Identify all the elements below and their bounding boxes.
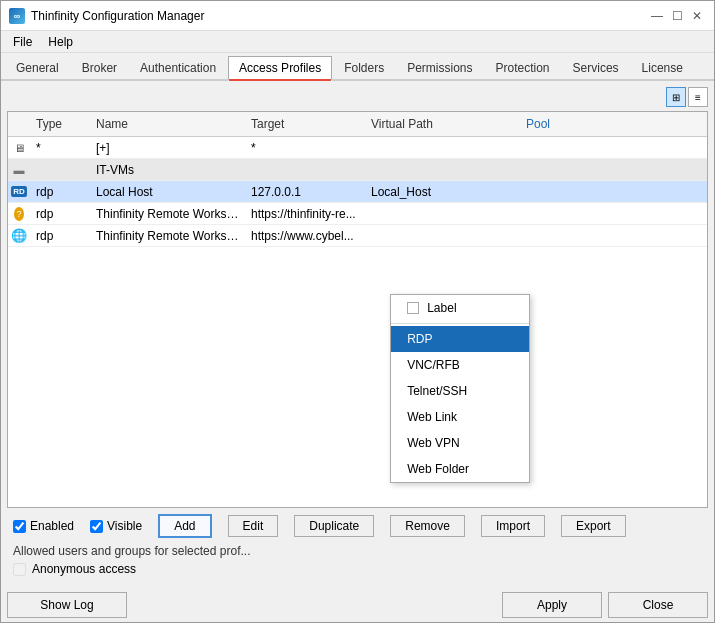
bottom-bar: Enabled Visible Add Label xyxy=(7,508,708,582)
dropdown-webfolder-text: Web Folder xyxy=(407,462,469,476)
window-controls: — ☐ ✕ xyxy=(648,7,706,25)
tab-broker[interactable]: Broker xyxy=(71,56,128,79)
row-name: Thinfinity Remote Worksp... xyxy=(90,227,245,245)
row-pool xyxy=(520,190,640,194)
row-type: rdp xyxy=(30,183,90,201)
tab-access-profiles[interactable]: Access Profiles xyxy=(228,56,332,81)
tab-general[interactable]: General xyxy=(5,56,70,79)
list-view-button[interactable]: ≡ xyxy=(688,87,708,107)
row-name: [+] xyxy=(90,139,245,157)
allowed-users-text: Allowed users and groups for selected pr… xyxy=(13,544,702,558)
dropdown-vnc-text: VNC/RFB xyxy=(407,358,460,372)
dropdown-divider xyxy=(391,323,529,324)
row-vpath xyxy=(365,168,520,172)
menu-file[interactable]: File xyxy=(5,33,40,51)
enabled-label: Enabled xyxy=(30,519,74,533)
content-area: ⊞ ≡ Type Name Target Virtual Path Pool 🖥 xyxy=(1,81,714,588)
dropdown-item-webvpn[interactable]: Web VPN xyxy=(391,430,529,456)
dropdown-item-weblink[interactable]: Web Link xyxy=(391,404,529,430)
tab-protection[interactable]: Protection xyxy=(485,56,561,79)
row-name: Local Host xyxy=(90,183,245,201)
visible-checkbox[interactable] xyxy=(90,520,103,533)
import-button[interactable]: Import xyxy=(481,515,545,537)
profiles-table: Type Name Target Virtual Path Pool 🖥 * [… xyxy=(7,111,708,508)
dropdown-label-text: Label xyxy=(427,301,456,315)
anonymous-access-label: Anonymous access xyxy=(32,562,136,576)
close-button[interactable]: Close xyxy=(608,592,708,618)
row-vpath xyxy=(365,146,520,150)
row-icon-rdp: RD xyxy=(8,184,30,199)
add-button[interactable]: Add xyxy=(158,514,211,538)
th-name: Name xyxy=(90,114,245,134)
menu-help[interactable]: Help xyxy=(40,33,81,51)
dropdown-item-vnc[interactable]: VNC/RFB xyxy=(391,352,529,378)
row-vpath xyxy=(365,234,520,238)
footer-bar: Show Log Apply Close xyxy=(1,588,714,622)
dropdown-item-telnet[interactable]: Telnet/SSH xyxy=(391,378,529,404)
table-body: 🖥 * [+] * ▬ IT-VMs xyxy=(8,137,707,247)
toolbar-row: ⊞ ≡ xyxy=(7,87,708,107)
grid-view-button[interactable]: ⊞ xyxy=(666,87,686,107)
table-row[interactable]: ▬ IT-VMs xyxy=(8,159,707,181)
monitor-icon: 🖥 xyxy=(14,141,25,155)
dropdown-webvpn-text: Web VPN xyxy=(407,436,459,450)
row-pool xyxy=(520,146,640,150)
options-row: Enabled Visible Add Label xyxy=(13,514,702,538)
enabled-checkbox[interactable] xyxy=(13,520,26,533)
remove-button[interactable]: Remove xyxy=(390,515,465,537)
table-row[interactable]: RD rdp Local Host 127.0.0.1 Local_Host xyxy=(8,181,707,203)
row-icon-world: 🌐 xyxy=(8,226,30,245)
tab-folders[interactable]: Folders xyxy=(333,56,395,79)
rdp-icon: RD xyxy=(11,186,27,197)
tab-authentication[interactable]: Authentication xyxy=(129,56,227,79)
tab-permissions[interactable]: Permissions xyxy=(396,56,483,79)
anonymous-access-checkbox[interactable] xyxy=(13,563,26,576)
show-log-button[interactable]: Show Log xyxy=(7,592,127,618)
minimize-button[interactable]: — xyxy=(648,7,666,25)
row-vpath: Local_Host xyxy=(365,183,520,201)
table-row[interactable]: 🖥 * [+] * xyxy=(8,137,707,159)
row-name: IT-VMs xyxy=(90,161,245,179)
question-icon: ? xyxy=(14,207,24,221)
grid-icon: ⊞ xyxy=(672,92,680,103)
duplicate-button[interactable]: Duplicate xyxy=(294,515,374,537)
close-button[interactable]: ✕ xyxy=(688,7,706,25)
table-row[interactable]: 🌐 rdp Thinfinity Remote Worksp... https:… xyxy=(8,225,707,247)
nav-tabs: General Broker Authentication Access Pro… xyxy=(1,53,714,81)
enabled-checkbox-label[interactable]: Enabled xyxy=(13,519,74,533)
label-checkbox xyxy=(407,302,419,314)
tab-license[interactable]: License xyxy=(631,56,694,79)
row-icon-question: ? xyxy=(8,205,30,223)
dropdown-rdp-text: RDP xyxy=(407,332,432,346)
footer-left: Show Log xyxy=(7,592,127,618)
row-name: Thinfinity Remote Worksp... xyxy=(90,205,245,223)
row-type: * xyxy=(30,139,90,157)
app-icon: ∞ xyxy=(9,8,25,24)
th-pool: Pool xyxy=(520,114,640,134)
row-icon-group: ▬ xyxy=(8,162,30,178)
table-header: Type Name Target Virtual Path Pool xyxy=(8,112,707,137)
row-target xyxy=(245,168,365,172)
visible-checkbox-label[interactable]: Visible xyxy=(90,519,142,533)
th-type: Type xyxy=(30,114,90,134)
edit-button[interactable]: Edit xyxy=(228,515,279,537)
th-icon xyxy=(8,114,30,134)
folder-icon: ▬ xyxy=(14,164,25,176)
dropdown-item-rdp[interactable]: RDP xyxy=(391,326,529,352)
table-row[interactable]: ? rdp Thinfinity Remote Worksp... https:… xyxy=(8,203,707,225)
menu-bar: File Help xyxy=(1,31,714,53)
apply-button[interactable]: Apply xyxy=(502,592,602,618)
dropdown-item-label[interactable]: Label xyxy=(391,295,529,321)
maximize-button[interactable]: ☐ xyxy=(668,7,686,25)
dropdown-item-webfolder[interactable]: Web Folder xyxy=(391,456,529,482)
row-pool xyxy=(520,234,640,238)
row-pool xyxy=(520,212,640,216)
add-dropdown-menu: Label RDP VNC/RFB Telnet/SSH xyxy=(390,294,530,483)
export-button[interactable]: Export xyxy=(561,515,626,537)
row-pool xyxy=(520,168,640,172)
row-type: rdp xyxy=(30,205,90,223)
th-vpath: Virtual Path xyxy=(365,114,520,134)
add-dropdown-container: Add Label RDP VNC/RFB xyxy=(158,514,211,538)
row-icon-monitor: 🖥 xyxy=(8,139,30,157)
tab-services[interactable]: Services xyxy=(562,56,630,79)
